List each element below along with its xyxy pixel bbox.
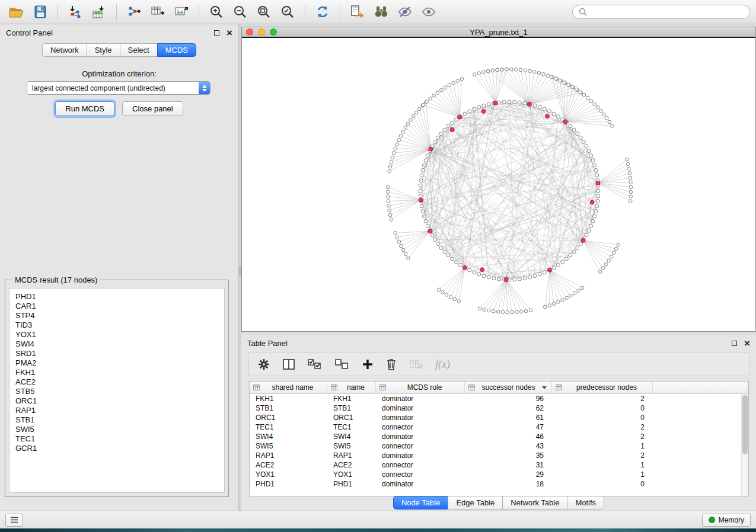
network-node[interactable] <box>524 69 527 72</box>
network-node[interactable] <box>487 275 490 279</box>
network-node[interactable] <box>591 159 595 162</box>
network-node[interactable] <box>468 268 471 272</box>
table-cell[interactable]: 96 <box>465 395 552 403</box>
network-node[interactable] <box>454 260 458 264</box>
close-window-button[interactable] <box>246 28 253 36</box>
status-menu-button[interactable] <box>5 514 23 527</box>
network-node[interactable] <box>605 117 609 120</box>
network-node[interactable] <box>394 147 397 150</box>
network-node[interactable] <box>451 257 454 261</box>
network-node[interactable] <box>491 69 495 72</box>
network-node[interactable] <box>492 309 495 313</box>
network-node[interactable] <box>591 219 595 223</box>
table-cell[interactable]: YOX1 <box>250 470 327 479</box>
network-node[interactable] <box>404 126 407 130</box>
network-node[interactable] <box>418 107 422 111</box>
close-table-panel-button[interactable]: × <box>744 338 750 348</box>
network-node[interactable] <box>392 152 395 155</box>
minimize-window-button[interactable] <box>258 28 265 36</box>
network-node[interactable] <box>426 154 429 158</box>
network-node[interactable] <box>593 164 596 167</box>
mcds-result-item[interactable]: ACE2 <box>15 377 218 387</box>
network-node[interactable] <box>585 233 588 237</box>
network-node[interactable] <box>513 100 516 104</box>
network-node[interactable] <box>586 96 589 100</box>
network-node[interactable] <box>589 224 593 227</box>
dominator-node[interactable] <box>480 268 484 272</box>
network-node[interactable] <box>610 124 614 128</box>
maximize-window-button[interactable] <box>270 28 277 36</box>
table-cell[interactable]: RAP1 <box>250 451 327 460</box>
network-node[interactable] <box>579 136 582 139</box>
network-node[interactable] <box>543 305 547 309</box>
network-node[interactable] <box>433 140 437 144</box>
dominator-node[interactable] <box>546 114 550 118</box>
table-cell[interactable]: ORC1 <box>327 414 376 422</box>
network-node[interactable] <box>594 210 598 213</box>
network-node[interactable] <box>593 102 596 106</box>
network-node[interactable] <box>608 120 611 124</box>
network-node[interactable] <box>477 105 481 109</box>
mcds-result-item[interactable]: GCR1 <box>15 444 218 453</box>
network-node[interactable] <box>430 233 434 237</box>
mcds-result-item[interactable]: STB1 <box>15 415 218 425</box>
network-node[interactable] <box>552 112 556 116</box>
network-node[interactable] <box>528 275 532 279</box>
network-node[interactable] <box>514 68 518 71</box>
show-display-button[interactable] <box>418 2 439 21</box>
table-row[interactable]: ORC1ORC1dominator610 <box>250 413 748 422</box>
network-node[interactable] <box>388 165 392 168</box>
network-node[interactable] <box>607 259 611 262</box>
network-node[interactable] <box>478 307 481 310</box>
network-node[interactable] <box>477 72 481 75</box>
network-node[interactable] <box>520 310 524 313</box>
network-node[interactable] <box>595 174 599 177</box>
table-cell[interactable]: 0 <box>552 404 653 412</box>
network-node[interactable] <box>397 240 401 243</box>
table-row[interactable]: SWI4SWI4dominator462 <box>250 432 748 441</box>
search-binoculars-button[interactable] <box>371 2 392 21</box>
zoom-out-button[interactable] <box>229 2 251 21</box>
network-node[interactable] <box>404 252 407 256</box>
network-node[interactable] <box>563 81 566 84</box>
mcds-result-item[interactable]: STB5 <box>15 387 218 396</box>
table-row[interactable]: ACE2ACE2connector311 <box>250 460 748 470</box>
close-mcds-panel-button[interactable]: Close panel <box>122 101 183 116</box>
network-node[interactable] <box>629 181 633 184</box>
network-node[interactable] <box>629 190 633 194</box>
network-node[interactable] <box>612 251 615 255</box>
mcds-result-item[interactable]: SRD1 <box>15 349 218 358</box>
network-node[interactable] <box>538 105 541 109</box>
network-node[interactable] <box>617 243 620 246</box>
network-node[interactable] <box>441 291 445 294</box>
table-cell[interactable]: 43 <box>465 442 552 450</box>
network-node[interactable] <box>460 77 464 81</box>
network-node[interactable] <box>518 277 521 281</box>
network-node[interactable] <box>437 288 441 291</box>
network-node[interactable] <box>580 286 584 290</box>
table-row[interactable]: SWI5SWI5connector431 <box>250 441 748 451</box>
table-cell[interactable]: 1 <box>552 442 653 450</box>
network-node[interactable] <box>596 106 599 110</box>
network-node[interactable] <box>420 174 423 177</box>
table-row[interactable]: TEC1TEC1connector472 <box>250 422 748 432</box>
dominator-node[interactable] <box>563 120 567 124</box>
table-cell[interactable]: connector <box>376 461 465 469</box>
network-node[interactable] <box>604 262 608 266</box>
network-node[interactable] <box>390 161 393 164</box>
network-node[interactable] <box>482 70 486 74</box>
network-node[interactable] <box>595 204 599 208</box>
network-node[interactable] <box>419 194 422 198</box>
import-network-button[interactable] <box>65 2 86 21</box>
network-node[interactable] <box>399 134 403 137</box>
table-cell[interactable]: dominator <box>376 432 465 441</box>
network-node[interactable] <box>436 91 439 95</box>
network-node[interactable] <box>482 104 486 107</box>
table-cell[interactable]: 46 <box>465 432 552 441</box>
network-node[interactable] <box>533 104 537 107</box>
table-cell[interactable]: 31 <box>465 461 552 469</box>
network-node[interactable] <box>629 176 632 180</box>
zoom-selected-button[interactable] <box>277 2 298 21</box>
network-node[interactable] <box>561 260 564 264</box>
column-header-shared-name[interactable]: shared name <box>250 382 327 393</box>
